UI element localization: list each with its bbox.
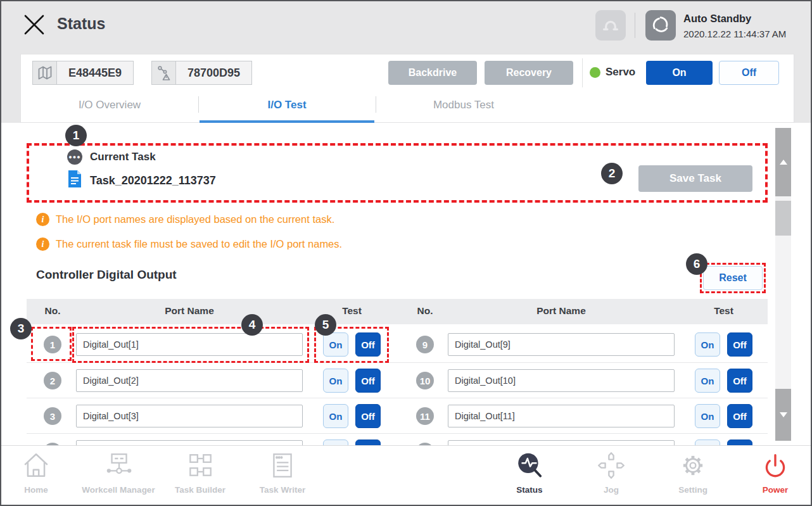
servo-on-button[interactable]: On [646, 61, 713, 85]
reset-button[interactable]: Reset [703, 266, 763, 290]
row-number: 2 [44, 372, 61, 389]
test-off-button[interactable]: Off [727, 404, 752, 428]
test-on-button[interactable]: On [695, 369, 720, 393]
callout-1: 1 [65, 125, 87, 146]
nav-label: Power [763, 485, 789, 495]
scrollbar[interactable] [775, 128, 791, 441]
port-name-input[interactable] [448, 333, 675, 356]
callout-2: 2 [601, 163, 623, 184]
gear-icon [678, 451, 707, 483]
status-icon [515, 451, 544, 483]
status-screen: Status Auto Standby [0, 0, 812, 506]
test-off-button[interactable]: Off [355, 369, 381, 393]
tab-divider [376, 96, 376, 113]
auto-mode-button[interactable] [645, 10, 676, 41]
close-icon[interactable] [22, 13, 46, 37]
triangle-down-icon [780, 412, 787, 417]
robot-serial-value: E48445E9 [57, 61, 133, 84]
robot-mode-label: Auto Standby [683, 13, 751, 25]
table-row: 1 On Off 9 On Off [27, 327, 768, 362]
test-on-button[interactable]: On [695, 332, 720, 357]
col-header-test: Test [323, 305, 381, 317]
test-off-button[interactable]: Off [727, 369, 752, 393]
callout-5: 5 [315, 314, 336, 336]
row-number: 10 [416, 372, 434, 389]
nav-label: Jog [604, 485, 619, 495]
bottom-nav: Home Workcell Manager [1, 445, 811, 505]
manual-icon [33, 61, 57, 84]
row-number: 1 [44, 336, 61, 353]
servo-label: Servo [606, 66, 635, 79]
test-off-button[interactable]: Off [355, 332, 381, 357]
tab-modbus-test[interactable]: Modbus Test [413, 99, 514, 111]
port-name-input[interactable] [76, 369, 303, 392]
port-name-input[interactable] [76, 333, 303, 356]
page-title: Status [57, 15, 105, 33]
tab-io-test[interactable]: I/O Test [236, 99, 338, 111]
datetime-label: 2020.12.22 11:44:37 AM [683, 28, 786, 39]
col-header-port-name: Port Name [76, 305, 303, 317]
ellipsis-icon: ●●● [67, 149, 82, 165]
nav-label: Task Writer [260, 485, 305, 495]
port-name-input[interactable] [76, 405, 303, 427]
gripper-icon [598, 12, 623, 39]
nav-jog[interactable]: Jog [586, 451, 637, 495]
table-row: 2 On Off 10 On Off [27, 362, 768, 398]
power-icon [761, 451, 790, 483]
nav-task-builder[interactable]: Task Builder [162, 451, 238, 495]
nav-setting[interactable]: Setting [661, 451, 725, 495]
col-header-test: Test [695, 305, 752, 317]
robot-serial-badge: E48445E9 [32, 61, 134, 85]
servo-status-dot [590, 67, 600, 78]
notice-text: The I/O port names are displayed based o… [56, 213, 334, 225]
status-panel: E48445E9 78700D95 Backd [20, 54, 794, 123]
scrollbar-thumb[interactable] [775, 201, 791, 236]
nav-status[interactable]: Status [492, 451, 568, 495]
recovery-button[interactable]: Recovery [485, 61, 573, 85]
port-name-input[interactable] [448, 369, 675, 392]
robot-arm-icon [152, 61, 176, 84]
workcell-manager-icon [104, 451, 133, 483]
test-on-button[interactable]: On [323, 332, 348, 357]
scroll-up-button[interactable] [775, 128, 791, 196]
notice-row: i The current task file must be saved to… [36, 237, 342, 251]
tab-divider [198, 96, 199, 113]
test-on-button[interactable]: On [695, 404, 720, 428]
nav-home[interactable]: Home [11, 451, 61, 495]
controller-serial-badge: 78700D95 [151, 61, 252, 85]
gripper-button[interactable] [595, 10, 626, 41]
header: Status Auto Standby [1, 1, 811, 123]
notice-row: i The I/O port names are displayed based… [36, 213, 334, 226]
scroll-down-button[interactable] [775, 389, 791, 441]
callout-3: 3 [10, 318, 32, 339]
header-divider [635, 13, 635, 38]
row-number: 11 [416, 407, 434, 425]
info-icon: i [36, 213, 49, 226]
save-task-button[interactable]: Save Task [638, 165, 752, 192]
io-test-content: ●●● Current Task Task_20201222_113737 Sa… [1, 123, 811, 446]
col-header-no: No. [407, 305, 443, 317]
test-on-button[interactable]: On [323, 369, 348, 393]
test-off-button[interactable]: Off [727, 332, 752, 357]
swirl-icon [648, 12, 673, 39]
nav-label: Home [24, 485, 48, 495]
backdrive-button[interactable]: Backdrive [388, 61, 477, 85]
jog-icon [597, 451, 626, 483]
info-icon: i [36, 237, 49, 251]
nav-workcell-manager[interactable]: Workcell Manager [68, 451, 169, 495]
test-on-button[interactable]: On [323, 404, 348, 428]
port-name-input[interactable] [448, 405, 675, 427]
task-writer-icon [268, 451, 297, 483]
current-task-label: Current Task [90, 151, 156, 163]
task-file-icon [67, 170, 82, 191]
nav-power[interactable]: Power [750, 451, 801, 495]
triangle-up-icon [780, 160, 787, 165]
servo-off-button[interactable]: Off [719, 61, 779, 85]
controller-serial-value: 78700D95 [176, 61, 251, 84]
current-task-name: Task_20201222_113737 [90, 174, 216, 187]
test-off-button[interactable]: Off [355, 404, 381, 428]
nav-task-writer[interactable]: Task Writer [244, 451, 320, 495]
nav-label: Task Builder [175, 485, 225, 495]
tab-io-overview[interactable]: I/O Overview [59, 99, 160, 111]
task-builder-icon [186, 451, 215, 483]
